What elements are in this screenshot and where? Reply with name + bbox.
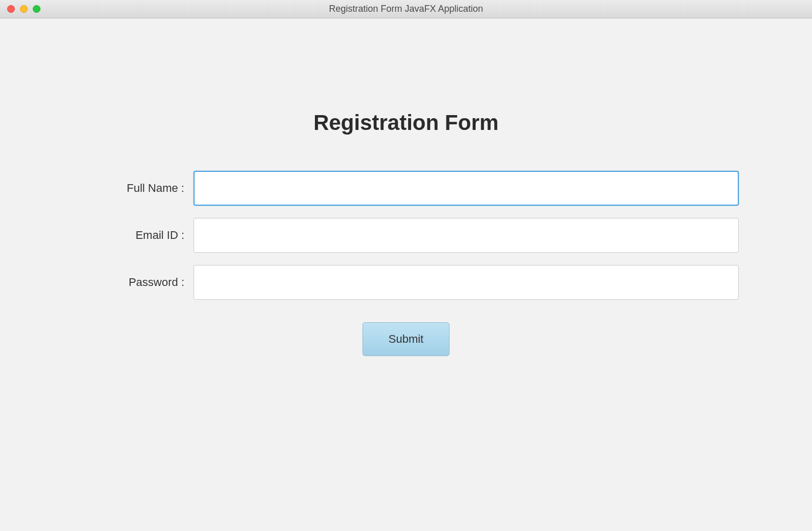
minimize-icon[interactable]	[20, 5, 28, 13]
email-label: Email ID :	[73, 229, 194, 242]
form-heading: Registration Form	[313, 110, 499, 135]
titlebar: Registration Form JavaFX Application	[0, 0, 812, 18]
password-label: Password :	[73, 276, 194, 289]
password-row: Password :	[73, 265, 739, 300]
close-icon[interactable]	[7, 5, 15, 13]
fullname-label: Full Name :	[73, 182, 194, 195]
maximize-icon[interactable]	[33, 5, 40, 13]
content-area: Registration Form Full Name : Email ID :…	[0, 18, 812, 356]
traffic-lights	[0, 5, 40, 13]
submit-button[interactable]: Submit	[362, 322, 450, 356]
fullname-input[interactable]	[194, 171, 739, 206]
registration-form: Full Name : Email ID : Password : Submit	[73, 171, 739, 356]
password-input[interactable]	[194, 265, 739, 300]
email-input[interactable]	[194, 218, 739, 253]
window-title: Registration Form JavaFX Application	[0, 4, 812, 14]
fullname-row: Full Name :	[73, 171, 739, 206]
email-row: Email ID :	[73, 218, 739, 253]
submit-row: Submit	[73, 322, 739, 356]
